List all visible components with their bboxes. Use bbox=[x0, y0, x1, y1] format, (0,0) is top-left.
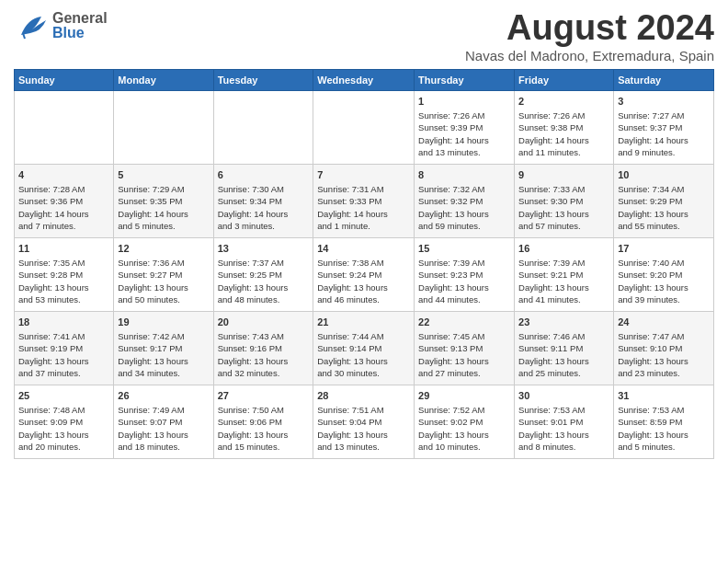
day-detail: and 20 minutes. bbox=[18, 442, 81, 452]
day-detail: and 57 minutes. bbox=[518, 221, 581, 231]
day-detail: Daylight: 13 hours bbox=[418, 356, 489, 366]
day-detail: Daylight: 13 hours bbox=[618, 356, 688, 366]
calendar-cell: 25Sunrise: 7:48 AMSunset: 9:09 PMDayligh… bbox=[15, 385, 114, 458]
day-detail: and 55 minutes. bbox=[618, 221, 680, 231]
weekday-header: Monday bbox=[114, 69, 213, 90]
calendar-cell: 5Sunrise: 7:29 AMSunset: 9:35 PMDaylight… bbox=[114, 164, 213, 237]
day-detail: and 25 minutes. bbox=[518, 368, 581, 378]
logo-wordmark: General Blue bbox=[52, 11, 108, 40]
logo-bird-icon bbox=[14, 9, 51, 41]
day-detail: Daylight: 14 hours bbox=[418, 135, 489, 145]
calendar-cell: 28Sunrise: 7:51 AMSunset: 9:04 PMDayligh… bbox=[313, 385, 415, 458]
day-detail: Sunset: 9:39 PM bbox=[418, 122, 483, 132]
day-detail: Sunrise: 7:49 AM bbox=[118, 405, 184, 415]
day-detail: Sunset: 9:32 PM bbox=[418, 196, 483, 206]
calendar-cell: 3Sunrise: 7:27 AMSunset: 9:37 PMDaylight… bbox=[614, 90, 714, 164]
calendar-cell bbox=[15, 90, 114, 164]
day-detail: Daylight: 13 hours bbox=[218, 356, 289, 366]
day-number: 11 bbox=[18, 242, 109, 256]
day-detail: Sunrise: 7:33 AM bbox=[518, 184, 585, 194]
day-number: 24 bbox=[618, 316, 710, 329]
day-detail: and 5 minutes. bbox=[118, 221, 175, 231]
day-number: 6 bbox=[218, 168, 310, 182]
day-detail: Daylight: 13 hours bbox=[18, 282, 89, 293]
day-detail: Sunrise: 7:39 AM bbox=[518, 258, 585, 268]
day-detail: Daylight: 13 hours bbox=[518, 282, 589, 293]
calendar-week-row: 11Sunrise: 7:35 AMSunset: 9:28 PMDayligh… bbox=[15, 237, 714, 311]
weekday-header: Saturday bbox=[614, 69, 714, 90]
day-detail: Sunset: 9:28 PM bbox=[18, 270, 83, 280]
day-detail: Sunset: 9:20 PM bbox=[618, 270, 682, 280]
header-row: SundayMondayTuesdayWednesdayThursdayFrid… bbox=[15, 69, 714, 90]
day-detail: Sunrise: 7:39 AM bbox=[418, 258, 484, 268]
day-detail: and 59 minutes. bbox=[418, 221, 481, 231]
day-detail: Sunrise: 7:26 AM bbox=[518, 110, 585, 121]
day-detail: and 13 minutes. bbox=[317, 442, 380, 452]
day-detail: Daylight: 13 hours bbox=[618, 282, 688, 293]
calendar-cell: 18Sunrise: 7:41 AMSunset: 9:19 PMDayligh… bbox=[15, 311, 114, 385]
day-number: 18 bbox=[18, 316, 109, 329]
day-detail: Daylight: 14 hours bbox=[518, 135, 589, 145]
calendar-cell: 13Sunrise: 7:37 AMSunset: 9:25 PMDayligh… bbox=[213, 237, 313, 311]
day-detail: Daylight: 13 hours bbox=[317, 430, 388, 440]
day-number: 10 bbox=[618, 168, 710, 182]
day-detail: Sunrise: 7:29 AM bbox=[118, 184, 184, 194]
title-section: August 2024 Navas del Madrono, Extremadu… bbox=[465, 9, 714, 63]
day-detail: Daylight: 13 hours bbox=[218, 282, 289, 293]
day-detail: Sunrise: 7:42 AM bbox=[118, 331, 184, 341]
calendar-cell: 27Sunrise: 7:50 AMSunset: 9:06 PMDayligh… bbox=[213, 385, 313, 458]
day-detail: Daylight: 14 hours bbox=[118, 209, 188, 219]
calendar-cell: 15Sunrise: 7:39 AMSunset: 9:23 PMDayligh… bbox=[415, 237, 515, 311]
day-detail: Sunrise: 7:51 AM bbox=[317, 405, 383, 415]
day-detail: and 44 minutes. bbox=[418, 294, 481, 304]
page-header: General Blue August 2024 Navas del Madro… bbox=[14, 9, 714, 63]
day-number: 13 bbox=[218, 242, 310, 256]
calendar-cell: 23Sunrise: 7:46 AMSunset: 9:11 PMDayligh… bbox=[515, 311, 614, 385]
calendar-cell: 21Sunrise: 7:44 AMSunset: 9:14 PMDayligh… bbox=[313, 311, 415, 385]
logo-blue-text: Blue bbox=[52, 26, 108, 40]
calendar-subtitle: Navas del Madrono, Extremadura, Spain bbox=[465, 48, 714, 63]
day-detail: Sunrise: 7:31 AM bbox=[317, 184, 383, 194]
day-detail: Sunset: 9:01 PM bbox=[518, 417, 583, 427]
day-detail: and 9 minutes. bbox=[618, 147, 675, 157]
day-number: 3 bbox=[618, 95, 710, 109]
day-detail: Sunset: 9:16 PM bbox=[218, 343, 282, 353]
day-detail: Sunset: 9:11 PM bbox=[518, 343, 583, 353]
calendar-week-row: 25Sunrise: 7:48 AMSunset: 9:09 PMDayligh… bbox=[15, 385, 714, 458]
calendar-cell: 11Sunrise: 7:35 AMSunset: 9:28 PMDayligh… bbox=[15, 237, 114, 311]
calendar-cell: 29Sunrise: 7:52 AMSunset: 9:02 PMDayligh… bbox=[415, 385, 515, 458]
day-detail: and 30 minutes. bbox=[317, 368, 380, 378]
day-number: 12 bbox=[118, 242, 209, 256]
day-detail: Sunset: 9:09 PM bbox=[18, 417, 83, 427]
weekday-header: Tuesday bbox=[213, 69, 313, 90]
calendar-cell: 2Sunrise: 7:26 AMSunset: 9:38 PMDaylight… bbox=[515, 90, 614, 164]
day-detail: Sunrise: 7:48 AM bbox=[18, 405, 85, 415]
calendar-cell: 4Sunrise: 7:28 AMSunset: 9:36 PMDaylight… bbox=[15, 164, 114, 237]
day-number: 4 bbox=[18, 168, 109, 182]
day-number: 15 bbox=[418, 242, 510, 256]
day-detail: Daylight: 13 hours bbox=[518, 430, 589, 440]
day-detail: Sunset: 9:14 PM bbox=[317, 343, 381, 353]
day-detail: and 41 minutes. bbox=[518, 294, 581, 304]
calendar-cell bbox=[213, 90, 313, 164]
day-detail: Sunrise: 7:28 AM bbox=[18, 184, 85, 194]
day-detail: and 1 minute. bbox=[317, 221, 370, 231]
calendar-cell: 1Sunrise: 7:26 AMSunset: 9:39 PMDaylight… bbox=[415, 90, 515, 164]
day-detail: Sunset: 9:36 PM bbox=[18, 196, 83, 206]
day-number: 26 bbox=[118, 389, 209, 403]
day-detail: Sunset: 9:10 PM bbox=[618, 343, 682, 353]
calendar-cell: 24Sunrise: 7:47 AMSunset: 9:10 PMDayligh… bbox=[614, 311, 714, 385]
day-detail: Sunrise: 7:40 AM bbox=[618, 258, 684, 268]
day-detail: Sunset: 8:59 PM bbox=[618, 417, 682, 427]
day-number: 30 bbox=[518, 389, 609, 403]
day-number: 22 bbox=[418, 316, 510, 329]
calendar-cell: 22Sunrise: 7:45 AMSunset: 9:13 PMDayligh… bbox=[415, 311, 515, 385]
day-detail: Daylight: 13 hours bbox=[618, 430, 688, 440]
calendar-cell: 12Sunrise: 7:36 AMSunset: 9:27 PMDayligh… bbox=[114, 237, 213, 311]
day-detail: Daylight: 13 hours bbox=[418, 430, 489, 440]
day-detail: Sunset: 9:02 PM bbox=[418, 417, 483, 427]
day-detail: Sunset: 9:35 PM bbox=[118, 196, 182, 206]
calendar-cell: 16Sunrise: 7:39 AMSunset: 9:21 PMDayligh… bbox=[515, 237, 614, 311]
day-number: 8 bbox=[418, 168, 510, 182]
day-detail: Daylight: 13 hours bbox=[118, 430, 188, 440]
